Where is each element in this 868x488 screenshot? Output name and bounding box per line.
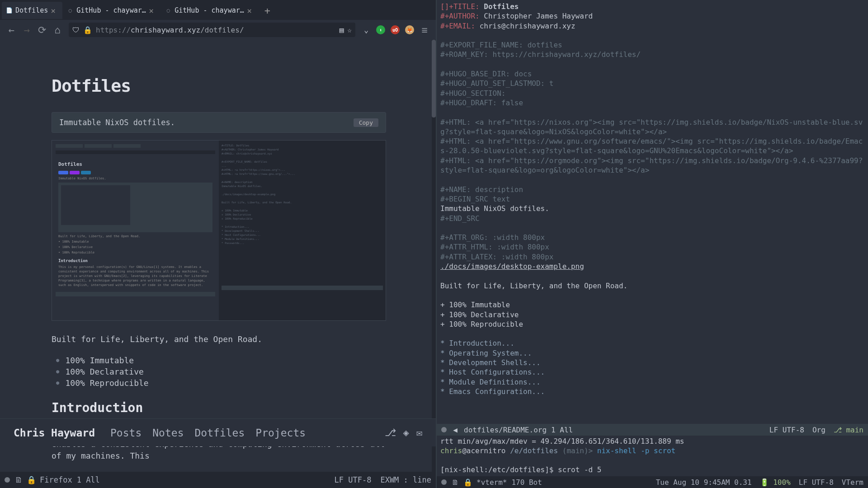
ublock-icon[interactable]: uO — [389, 23, 401, 36]
file-icon: 🗎 — [14, 475, 23, 484]
lock-icon: 🔒 — [27, 475, 35, 484]
list-item: 100% Immutable — [56, 355, 386, 366]
list-item: 100% Declarative — [56, 366, 386, 377]
forward-button[interactable]: → — [20, 23, 33, 37]
github-icon: ◌ — [66, 7, 74, 14]
bookmark-icon[interactable]: ☆ — [347, 26, 352, 34]
encoding: LF UTF-8 — [799, 478, 834, 487]
pocket-icon[interactable]: ⌄ — [360, 23, 373, 36]
new-tab-button[interactable]: + — [259, 2, 275, 19]
nav-projects[interactable]: Projects — [255, 427, 306, 439]
feature-list: 100% Immutable 100% Declarative 100% Rep… — [56, 355, 386, 389]
description-text: Immutable NixOS dotfiles. — [59, 118, 175, 127]
emacs-modeline: ◀ dotfiles/README.org 1 All LF UTF-8 Org… — [437, 424, 868, 436]
menu-button[interactable]: ≡ — [418, 23, 431, 37]
vterm-buffer[interactable]: rtt min/avg/max/mdev = 49.294/186.651/36… — [437, 436, 868, 476]
encoding: LF UTF-8 — [335, 475, 372, 484]
home-button[interactable]: ⌂ — [51, 23, 64, 37]
email-icon[interactable]: ✉ — [416, 427, 422, 438]
position: 1 All — [77, 475, 100, 484]
position: 170 Bot — [511, 478, 542, 487]
site-name[interactable]: Chris Hayward — [14, 427, 95, 439]
reader-icon[interactable]: ▤ — [340, 26, 344, 34]
nav-notes[interactable]: Notes — [152, 427, 184, 439]
tab-dotfiles[interactable]: 📄 Dotfiles × — [2, 2, 62, 19]
intro-heading: Introduction — [52, 400, 386, 415]
close-icon[interactable]: × — [51, 6, 59, 15]
status-dot-icon — [441, 479, 447, 485]
shield-icon[interactable]: 🛡 — [72, 26, 80, 34]
file-path: dotfiles/README.org — [464, 426, 547, 434]
major-mode: Org — [812, 426, 826, 434]
tab-favicon: 📄 — [5, 7, 13, 14]
git-branch: ⎇ main — [834, 426, 863, 434]
datetime: Tue Aug 10 9:45AM 0.31 — [656, 478, 752, 487]
vterm-modeline: 🗎 🔒 *vterm* 170 Bot Tue Aug 10 9:45AM 0.… — [437, 476, 868, 488]
close-icon[interactable]: × — [247, 6, 255, 15]
github-icon[interactable]: ⎇ — [385, 427, 396, 438]
shell-prompt-2: [nix-shell:/etc/dotfiles]$ scrot -d 5 — [440, 465, 864, 474]
encoding: LF UTF-8 — [769, 426, 804, 434]
scrollbar[interactable] — [432, 40, 436, 472]
description-code-block: Immutable NixOS dotfiles. Copy — [52, 112, 386, 133]
status-dot-icon — [5, 477, 10, 483]
position: 1 All — [551, 426, 573, 434]
lock-icon: 🔒 — [464, 478, 472, 487]
buffer-name: Firefox — [40, 475, 72, 484]
nav-dotfiles[interactable]: Dotfiles — [195, 427, 245, 439]
reload-button[interactable]: ⟳ — [35, 23, 49, 37]
left-modeline: 🗎 🔒 Firefox 1 All LF UTF-8 EXWM : line — [0, 472, 436, 488]
lock-icon[interactable]: 🔒 — [83, 26, 92, 34]
emacs-buffer[interactable]: []+TITLE: Dotfiles#+AUTHOR: Christopher … — [437, 0, 868, 424]
github-icon: ◌ — [165, 7, 172, 14]
status-dot-icon — [441, 427, 447, 432]
tab-github-1[interactable]: ◌ GitHub - chayward1/dotf × — [63, 2, 160, 19]
ping-output: rtt min/avg/max/mdev = 49.294/186.651/36… — [440, 436, 864, 446]
major-mode: EXWM : line — [380, 475, 431, 484]
tab-label: Dotfiles — [15, 6, 48, 14]
major-mode: VTerm — [842, 478, 863, 487]
shell-prompt-1: chris@acernitro /e/dotfiles (main)> nix-… — [440, 446, 864, 455]
gitlab-icon[interactable]: ◈ — [403, 427, 409, 438]
nav-posts[interactable]: Posts — [110, 427, 142, 439]
buffer-name: *vterm* — [476, 478, 507, 487]
copy-button[interactable]: Copy — [354, 118, 378, 127]
site-footer: Chris Hayward Posts Notes Dotfiles Proje… — [0, 418, 436, 446]
url-text: https://chrishayward.xyz/dotfiles/ — [96, 26, 244, 34]
url-input[interactable]: 🛡 🔒 https://chrishayward.xyz/dotfiles/ ▤… — [69, 23, 355, 37]
battery: 🔋 100% — [760, 478, 791, 487]
file-icon: 🗎 — [451, 478, 459, 487]
page-title: Dotfiles — [52, 76, 386, 96]
ext-3-icon[interactable]: 🦊 — [403, 23, 416, 36]
address-bar: ← → ⟳ ⌂ 🛡 🔒 https://chrishayward.xyz/dot… — [0, 20, 436, 40]
tagline: Built for Life, Liberty, and the Open Ro… — [52, 334, 386, 344]
close-icon[interactable]: × — [149, 6, 157, 15]
tab-label: GitHub - chayward1/dotf — [76, 6, 146, 14]
tab-label: GitHub - chayward1/dotf — [175, 6, 244, 14]
back-icon: ◀ — [451, 426, 459, 434]
back-button[interactable]: ← — [5, 23, 18, 37]
tab-github-2[interactable]: ◌ GitHub - chayward1/dotf × — [161, 2, 259, 19]
ext-1-icon[interactable]: ⬇ — [374, 23, 387, 36]
desktop-screenshot-image: Dotfiles Immutable NixOS dotfiles. Built… — [52, 140, 386, 321]
page-content: Dotfiles Immutable NixOS dotfiles. Copy … — [0, 40, 436, 472]
list-item: 100% Reproducible — [56, 377, 386, 389]
browser-tabs: 📄 Dotfiles × ◌ GitHub - chayward1/dotf ×… — [0, 0, 436, 20]
